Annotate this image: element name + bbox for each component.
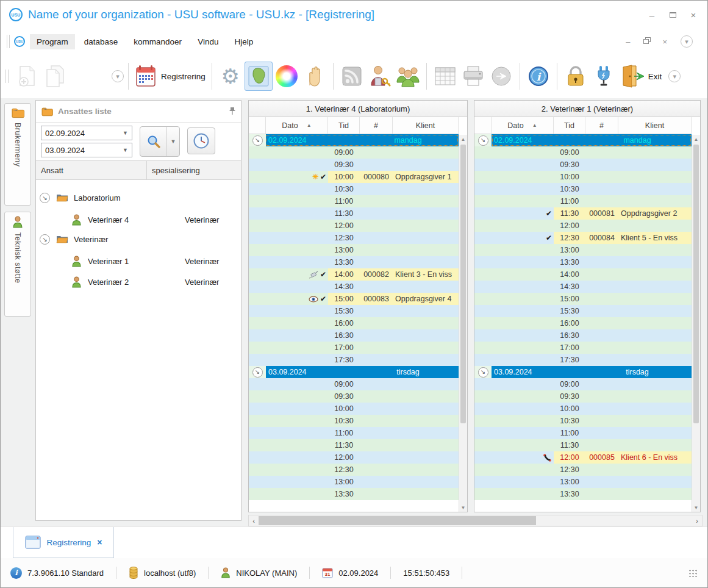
column-tid[interactable]: Tid bbox=[328, 117, 360, 134]
scroll-up-icon[interactable]: ▲ bbox=[459, 135, 467, 143]
expand-icon[interactable]: ↘ bbox=[40, 234, 50, 245]
column-ansatt[interactable]: Ansatt bbox=[36, 161, 147, 179]
menu-hjelp[interactable]: Hjelp bbox=[227, 34, 260, 49]
schedule-slot-row[interactable]: 09:30 bbox=[474, 159, 692, 171]
schedule-slot-row[interactable]: 12:00 bbox=[249, 451, 459, 464]
expand-icon[interactable]: ↘ bbox=[478, 135, 488, 146]
group-button[interactable] bbox=[394, 62, 422, 91]
tree-employee[interactable]: Veterinær 4Veterinær bbox=[40, 209, 238, 230]
column-dato[interactable]: Dato▲ bbox=[492, 117, 554, 134]
date-row[interactable]: ↘03.09.2024tirsdag bbox=[249, 366, 459, 378]
schedule-slot-row[interactable]: 10:00 bbox=[474, 403, 692, 415]
schedule-slot-row[interactable]: 15:00 bbox=[474, 293, 692, 305]
menu-database[interactable]: database bbox=[77, 34, 125, 49]
schedule-slot-row[interactable]: 11:00 bbox=[474, 427, 692, 439]
pin-icon[interactable] bbox=[229, 107, 236, 116]
expand-icon[interactable]: ↘ bbox=[478, 367, 488, 378]
menu-kommandoer[interactable]: kommandoer bbox=[127, 34, 188, 49]
schedule-slot-row[interactable]: 09:00 bbox=[249, 378, 459, 390]
column-klient[interactable]: Klient bbox=[393, 117, 459, 134]
schedule-slot-row[interactable]: 10:30 bbox=[249, 415, 459, 427]
schedule-slot-row[interactable]: 09:00 bbox=[474, 378, 692, 390]
date-from-select[interactable]: 02.09.2024 ▼ bbox=[41, 126, 132, 140]
scroll-up-icon[interactable]: ▲ bbox=[692, 135, 700, 143]
schedule-slot-row[interactable]: 11:30 bbox=[249, 439, 459, 451]
schedule-slot-row[interactable]: 16:30 bbox=[249, 329, 459, 342]
schedule-slot-row[interactable]: 12:00 bbox=[474, 220, 692, 232]
schedule-slot-row[interactable]: ✔15:00000083Oppdragsgiver 4 bbox=[249, 293, 459, 305]
menu-program[interactable]: Program bbox=[30, 34, 75, 49]
schedule-slot-row[interactable]: 15:30 bbox=[249, 305, 459, 317]
mdi-close-button[interactable]: × bbox=[662, 37, 667, 46]
search-button[interactable] bbox=[140, 127, 167, 156]
map-view-button[interactable] bbox=[245, 62, 273, 91]
scroll-right-icon[interactable]: › bbox=[692, 517, 702, 525]
disconnect-button[interactable] bbox=[590, 62, 618, 91]
toolbar-overflow-left-button[interactable]: ▾ bbox=[112, 70, 124, 82]
vertical-scrollbar[interactable]: ▲▼ bbox=[692, 135, 700, 512]
schedule-slot-row[interactable]: 10:30 bbox=[474, 183, 692, 195]
schedule-slot-row[interactable]: 17:30 bbox=[474, 354, 692, 366]
scroll-down-icon[interactable]: ▼ bbox=[459, 503, 467, 512]
schedule-slot-row[interactable]: 11:30 bbox=[474, 439, 692, 451]
copy-document-button[interactable] bbox=[41, 62, 69, 91]
new-document-button[interactable] bbox=[13, 62, 41, 91]
feed-button[interactable] bbox=[338, 62, 366, 91]
column-dato[interactable]: Dato▲ bbox=[266, 117, 328, 134]
hand-drag-button[interactable] bbox=[301, 62, 329, 91]
toolbar-overflow-right-button[interactable]: ▾ bbox=[668, 70, 681, 82]
user-access-button[interactable] bbox=[366, 62, 394, 91]
vertical-scrollbar[interactable]: ▲▼ bbox=[459, 135, 467, 512]
schedule-slot-row[interactable]: 12:30 bbox=[249, 232, 459, 244]
resize-grip[interactable] bbox=[688, 568, 698, 577]
registrering-button[interactable]: Registrering bbox=[133, 62, 207, 91]
scroll-left-icon[interactable]: ‹ bbox=[249, 517, 259, 525]
schedule-slot-row[interactable]: ✳✔10:00000080Oppdragsgiver 1 bbox=[249, 171, 459, 183]
schedule-slot-row[interactable]: 11:00 bbox=[249, 427, 459, 439]
schedule-slot-row[interactable]: 13:30 bbox=[474, 488, 692, 500]
scrollbar-thumb[interactable] bbox=[693, 145, 699, 423]
schedule-slot-row[interactable]: 10:30 bbox=[474, 415, 692, 427]
scrollbar-thumb[interactable] bbox=[259, 516, 536, 525]
schedule-slot-row[interactable]: 13:00 bbox=[474, 244, 692, 256]
exit-button[interactable]: Exit bbox=[618, 62, 664, 91]
column-spesialisering[interactable]: spesialisering bbox=[147, 161, 241, 179]
schedule-slot-row[interactable]: 12:30 bbox=[249, 464, 459, 476]
schedule-slot-row[interactable]: 11:00 bbox=[474, 195, 692, 207]
color-theme-button[interactable] bbox=[273, 62, 301, 91]
schedule-slot-row[interactable]: 15:30 bbox=[474, 305, 692, 317]
tab-registrering[interactable]: Registrering × bbox=[13, 527, 114, 558]
schedule-slot-row[interactable]: 16:00 bbox=[474, 317, 692, 329]
mdi-restore-button[interactable] bbox=[643, 39, 649, 44]
column-number[interactable]: # bbox=[360, 117, 393, 134]
schedule-slot-row[interactable]: 13:30 bbox=[249, 256, 459, 268]
expand-icon[interactable]: ↘ bbox=[252, 135, 263, 146]
date-row[interactable]: ↘02.09.2024mandag bbox=[474, 134, 692, 146]
date-row[interactable]: ↘03.09.2024tirsdag bbox=[474, 366, 692, 378]
schedule-slot-row[interactable]: 14:30 bbox=[474, 281, 692, 293]
schedule-slot-row[interactable]: 13:30 bbox=[474, 256, 692, 268]
sidetab-teknisk-stotte[interactable]: Teknisk støtte bbox=[4, 212, 31, 317]
schedule-slot-row[interactable]: 09:30 bbox=[249, 159, 459, 171]
schedule-slot-row[interactable]: 17:00 bbox=[249, 342, 459, 354]
tree-employee[interactable]: Veterinær 1Veterinær bbox=[40, 251, 238, 271]
schedule-slot-row[interactable]: 14:00 bbox=[474, 268, 692, 281]
lock-button[interactable] bbox=[562, 62, 590, 91]
schedule-slot-row[interactable]: 12:00 bbox=[249, 220, 459, 232]
info-button[interactable]: i bbox=[524, 62, 552, 91]
schedule-slot-row[interactable]: 11:00 bbox=[249, 195, 459, 207]
tree-employee[interactable]: Veterinær 2Veterinær bbox=[40, 271, 238, 292]
schedule-slot-row[interactable]: 10:30 bbox=[249, 183, 459, 195]
expand-icon[interactable]: ↘ bbox=[252, 367, 263, 378]
tab-close-icon[interactable]: × bbox=[97, 537, 102, 547]
schedule-slot-row[interactable]: 12:30 bbox=[474, 464, 692, 476]
schedule-slot-row[interactable]: ✔14:00000082Klient 3 - En viss bbox=[249, 268, 459, 281]
column-klient[interactable]: Klient bbox=[618, 117, 692, 134]
date-to-select[interactable]: 03.09.2024 ▼ bbox=[41, 143, 132, 157]
schedule-time-button[interactable] bbox=[187, 127, 215, 154]
go-button[interactable] bbox=[487, 62, 515, 91]
horizontal-scrollbar[interactable]: ‹ › bbox=[248, 515, 703, 526]
schedule-slot-row[interactable]: 13:00 bbox=[474, 476, 692, 488]
scrollbar-thumb[interactable] bbox=[460, 145, 466, 423]
schedule-slot-row[interactable]: 17:00 bbox=[474, 342, 692, 354]
